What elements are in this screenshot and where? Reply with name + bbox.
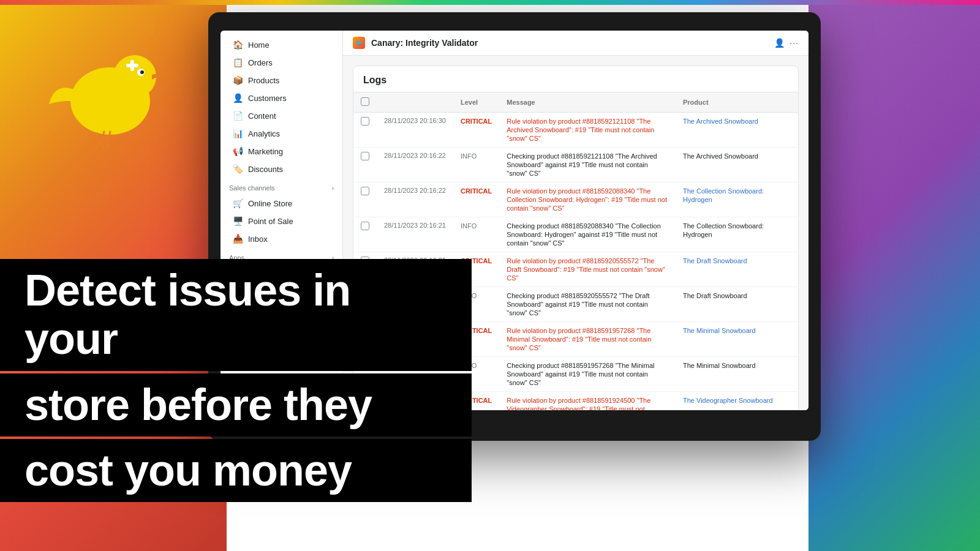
table-row: 28/11/2023 20:16:22INFOChecking product …	[353, 148, 798, 182]
sidebar-item-inbox[interactable]: 📥 Inbox	[224, 230, 339, 247]
sidebar-item-home[interactable]: 🏠 Home	[224, 36, 339, 53]
customers-icon: 👤	[233, 93, 243, 103]
row-checkbox[interactable]	[361, 222, 369, 230]
sidebar-item-discounts[interactable]: 🏷️ Discounts	[224, 160, 339, 178]
product-link[interactable]: The Draft Snowboard	[683, 257, 747, 264]
row-product: The Archived Snowboard	[676, 113, 798, 148]
row-level: CRITICAL	[453, 113, 499, 148]
message-text: Checking product #8818591957268 "The Min…	[507, 362, 654, 386]
sidebar-label-discounts: Discounts	[248, 165, 283, 174]
table-row: 28/11/2023 20:16:22CRITICALRule violatio…	[353, 182, 798, 217]
row-level: CRITICAL	[453, 182, 499, 217]
online-store-icon: 🛒	[233, 198, 243, 208]
row-message: Rule violation by product #8818592088340…	[499, 182, 676, 217]
bg-right	[809, 0, 980, 551]
sidebar-item-products[interactable]: 📦 Products	[224, 72, 339, 89]
th-message: Message	[499, 92, 676, 113]
topbar-actions: 👤 ···	[774, 38, 799, 48]
sidebar-item-analytics[interactable]: 📊 Analytics	[224, 125, 339, 142]
row-message: Rule violation by product #8818592055557…	[499, 252, 676, 287]
row-product: The Archived Snowboard	[676, 148, 798, 182]
discounts-icon: 🏷️	[233, 164, 243, 174]
more-icon[interactable]: ···	[790, 38, 799, 48]
message-text: Rule violation by product #8818592055557…	[507, 257, 665, 282]
sidebar-label-analytics: Analytics	[248, 129, 280, 138]
message-text: Checking product #88185920555572 "The Dr…	[507, 292, 649, 317]
row-timestamp: 28/11/2023 20:16:21	[377, 217, 453, 252]
product-link[interactable]: The Archived Snowboard	[683, 118, 758, 125]
logs-title: Logs	[353, 66, 798, 92]
product-link[interactable]: The Videographer Snowboard	[683, 397, 773, 404]
message-text: Rule violation by product #8818591924500…	[507, 397, 650, 410]
content-icon: 📄	[233, 111, 243, 121]
sidebar-label-marketing: Marketing	[248, 147, 283, 156]
sidebar-label-inbox: Inbox	[248, 234, 268, 244]
row-product: The Collection Snowboard: Hydrogen	[676, 182, 798, 217]
sidebar-item-customers[interactable]: 👤 Customers	[224, 89, 339, 107]
row-checkbox[interactable]	[361, 117, 369, 126]
row-product: The Minimal Snowboard	[676, 322, 798, 357]
product-text: The Minimal Snowboard	[683, 362, 756, 369]
row-checkbox-cell	[353, 148, 377, 182]
th-level: Level	[453, 92, 499, 113]
inbox-icon: 📥	[233, 234, 243, 244]
product-link[interactable]: The Minimal Snowboard	[683, 327, 756, 334]
sidebar-item-online-store[interactable]: 🛒 Online Store	[224, 195, 339, 212]
row-timestamp: 28/11/2023 20:16:22	[377, 182, 453, 217]
level-badge: INFO	[461, 152, 477, 160]
message-text: Checking product #8818592121108 "The Arc…	[507, 152, 657, 177]
bird-logo	[37, 31, 172, 165]
marketing-icon: 📢	[233, 146, 243, 156]
sales-channels-title: Sales channels	[229, 184, 275, 192]
row-level: INFO	[453, 148, 499, 182]
sidebar-label-pos: Point of Sale	[248, 217, 293, 226]
table-row: 28/11/2023 20:16:21INFOChecking product …	[353, 217, 798, 252]
rainbow-stripe	[0, 0, 980, 5]
sidebar-item-orders[interactable]: 📋 Orders	[224, 54, 339, 71]
sidebar-label-orders: Orders	[248, 58, 273, 67]
headline-line2: store before they	[24, 380, 372, 429]
products-icon: 📦	[233, 75, 243, 85]
user-icon[interactable]: 👤	[774, 38, 785, 48]
row-checkbox[interactable]	[361, 187, 369, 195]
th-timestamp	[377, 92, 453, 113]
sales-channels-section: Sales channels ›	[221, 178, 342, 194]
row-message: Checking product #8818592088340 "The Col…	[499, 217, 676, 252]
row-product: The Videographer Snowboard	[676, 392, 798, 411]
row-checkbox[interactable]	[361, 152, 369, 160]
sidebar-item-content[interactable]: 📄 Content	[224, 107, 339, 124]
product-text: The Collection Snowboard: Hydrogen	[683, 222, 764, 238]
topbar: 🐦 Canary: Integrity Validator 👤 ···	[343, 31, 809, 56]
table-row: 28/11/2023 20:16:30CRITICALRule violatio…	[353, 113, 798, 148]
product-link[interactable]: The Collection Snowboard: Hydrogen	[683, 187, 764, 203]
row-message: Rule violation by product #8818591924500…	[499, 392, 676, 411]
app-icon: 🐦	[353, 37, 365, 49]
sidebar-label-home: Home	[248, 40, 270, 50]
row-message: Rule violation by product #8818591957268…	[499, 322, 676, 357]
th-product: Product	[676, 92, 798, 113]
analytics-icon: 📊	[233, 129, 243, 138]
th-checkbox	[353, 92, 377, 113]
message-text: Rule violation by product #8818591957268…	[507, 327, 651, 351]
orders-icon: 📋	[233, 58, 243, 67]
pos-icon: 🖥️	[233, 216, 243, 226]
sidebar-item-marketing[interactable]: 📢 Marketing	[224, 143, 339, 160]
message-text: Checking product #8818592088340 "The Col…	[507, 222, 661, 247]
svg-point-1	[113, 55, 156, 98]
sidebar-label-products: Products	[248, 76, 279, 85]
svg-rect-5	[126, 64, 138, 67]
message-text: Rule violation by product #8818592121108…	[507, 118, 654, 142]
sidebar-item-point-of-sale[interactable]: 🖥️ Point of Sale	[224, 212, 339, 230]
sidebar-label-customers: Customers	[248, 94, 287, 103]
row-product: The Draft Snowboard	[676, 252, 798, 287]
level-badge: CRITICAL	[461, 187, 492, 195]
row-message: Checking product #88185920555572 "The Dr…	[499, 287, 676, 322]
product-text: The Archived Snowboard	[683, 152, 758, 160]
row-timestamp: 28/11/2023 20:16:22	[377, 148, 453, 182]
row-product: The Collection Snowboard: Hydrogen	[676, 217, 798, 252]
header-checkbox[interactable]	[361, 97, 369, 106]
row-product: The Draft Snowboard	[676, 287, 798, 322]
table-header-row: Level Message Product	[353, 92, 798, 113]
home-icon: 🏠	[233, 40, 243, 50]
level-badge: CRITICAL	[461, 118, 492, 125]
